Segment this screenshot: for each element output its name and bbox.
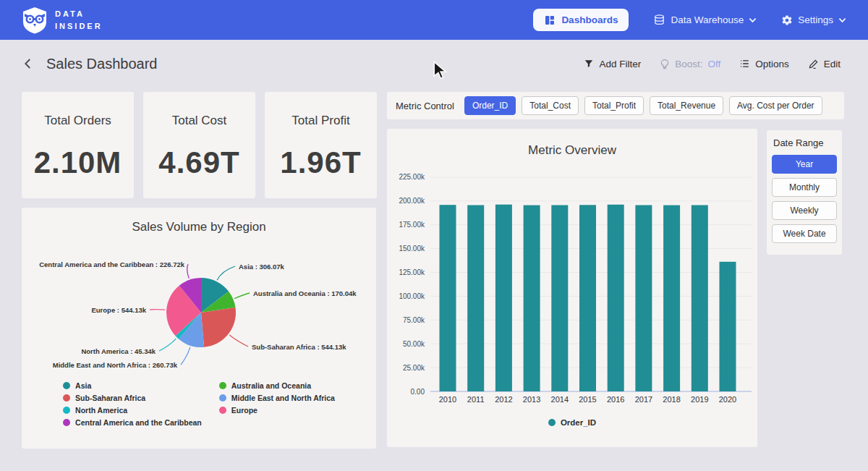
legend-dot	[63, 382, 70, 389]
pie-chart-title: Sales Volume by Region	[22, 208, 376, 234]
nav-dashboards-label: Dashboards	[561, 14, 618, 25]
bar-2017[interactable]	[635, 205, 652, 392]
pie-legend: AsiaSub-Saharan AfricaNorth AmericaCentr…	[22, 381, 376, 427]
pie-label-asia: Asia : 306.07k	[239, 263, 285, 271]
metric-button-total-profit[interactable]: Total_Profit	[584, 96, 644, 115]
boost-state: Off	[707, 59, 720, 69]
bar-2018[interactable]	[663, 205, 680, 391]
bar-2013[interactable]	[524, 205, 540, 391]
pie-label-australia-and-oceania: Australia and Oceania : 170.04k	[253, 289, 357, 297]
edit-pencil-icon	[808, 59, 819, 69]
x-tick-label: 2014	[551, 395, 569, 404]
pie-chart: Asia : 306.07kAustralia and Oceania : 17…	[22, 240, 376, 381]
bar-2010[interactable]	[440, 205, 456, 391]
options-button[interactable]: Options	[739, 59, 789, 69]
pie-legend-item-middle-east-and-north-africa[interactable]: Middle East and North Africa	[219, 394, 335, 402]
bar-2014[interactable]	[551, 205, 568, 392]
kpi-value: 2.10M	[34, 145, 122, 180]
bar-legend-label: Order_ID	[561, 418, 596, 427]
nav-data-warehouse[interactable]: Data Warehouse	[653, 14, 757, 26]
brand-text: DATA INSIDER	[55, 8, 103, 32]
legend-dot	[548, 419, 556, 426]
date-range-button-monthly[interactable]: Monthly	[772, 178, 837, 197]
back-button[interactable]	[22, 57, 35, 70]
pie-leader-line	[150, 310, 165, 310]
kpi-card-total-orders: Total Orders 2.10M	[22, 92, 134, 198]
kpi-value: 1.96T	[280, 145, 361, 180]
x-tick-label: 2012	[495, 395, 512, 404]
pie-label-middle-east-and-north-africa: Middle East and North Africa : 260.73k	[53, 361, 178, 369]
pie-leader-line	[181, 347, 190, 365]
date-range-button-week-date[interactable]: Week Date	[772, 224, 837, 243]
bar-2015[interactable]	[579, 205, 596, 391]
pie-leader-line	[229, 335, 248, 347]
pie-label-sub-saharan-africa: Sub-Saharan Africa : 544.13k	[252, 343, 346, 351]
bar-legend-item-order-id[interactable]: Order_ID	[548, 418, 596, 427]
y-tick-label: 125.00k	[399, 268, 425, 276]
y-tick-label: 0.00	[411, 388, 425, 396]
bar-chart-legend: Order_ID	[387, 418, 757, 427]
edit-label: Edit	[824, 59, 841, 69]
metric-button-total-cost[interactable]: Total_Cost	[522, 96, 579, 115]
date-range-button-year[interactable]: Year	[772, 155, 837, 174]
bar-2012[interactable]	[495, 205, 512, 391]
pie-leader-line	[159, 339, 176, 351]
bar-chart-title: Metric Overview	[387, 129, 757, 158]
metric-button-order-id[interactable]: Order_ID	[464, 96, 516, 115]
date-range-button-weekly[interactable]: Weekly	[772, 201, 837, 220]
date-range-panel: Date Range YearMonthlyWeeklyWeek Date	[767, 130, 842, 255]
legend-dot	[219, 394, 226, 402]
bar-2016[interactable]	[608, 205, 624, 391]
x-tick-label: 2020	[719, 395, 736, 404]
nav-dashboards-button[interactable]: Dashboards	[533, 9, 629, 31]
legend-label: North America	[75, 406, 127, 415]
kpi-card-total-cost: Total Cost 4.69T	[143, 92, 255, 198]
metric-control-label: Metric Control	[396, 101, 454, 111]
pie-legend-item-europe[interactable]: Europe	[219, 406, 335, 415]
x-tick-label: 2013	[523, 395, 540, 404]
pie-slice-sub-saharan-africa[interactable]	[201, 307, 236, 347]
y-tick-label: 75.00k	[403, 316, 425, 324]
pie-legend-item-sub-saharan-africa[interactable]: Sub-Saharan Africa	[63, 394, 202, 402]
bar-chart-panel: Metric Overview 0.0025.00k50.00k75.00k10…	[387, 129, 757, 447]
kpi-label: Total Profit	[292, 114, 349, 128]
pie-legend-item-australia-and-oceania[interactable]: Australia and Oceania	[219, 381, 335, 390]
metric-button-total-revenue[interactable]: Total_Revenue	[650, 96, 723, 115]
pie-leader-line	[187, 264, 190, 279]
bar-2019[interactable]	[692, 205, 708, 392]
options-label: Options	[755, 59, 789, 69]
pie-leader-line	[217, 266, 235, 280]
bar-chart: 0.0025.00k50.00k75.00k100.00k125.00k150.…	[387, 166, 757, 409]
date-range-buttons: YearMonthlyWeeklyWeek Date	[772, 155, 837, 243]
date-range-label: Date Range	[772, 137, 837, 148]
y-tick-label: 175.00k	[399, 221, 425, 229]
pie-legend-item-north-america[interactable]: North America	[63, 406, 202, 415]
bar-2011[interactable]	[467, 205, 484, 392]
y-tick-label: 150.00k	[399, 245, 425, 253]
pie-legend-item-asia[interactable]: Asia	[63, 381, 202, 390]
x-tick-label: 2010	[439, 395, 456, 404]
legend-dot	[219, 407, 226, 414]
x-tick-label: 2015	[579, 395, 596, 404]
nav-menu: Dashboards Data Warehouse Settings	[533, 9, 846, 31]
kpi-value: 4.69T	[158, 145, 239, 180]
page-header: Sales Dashboard Add Filter Boost: Off Op…	[0, 40, 868, 88]
bar-2020[interactable]	[720, 262, 736, 391]
nav-settings[interactable]: Settings	[781, 14, 846, 26]
edit-button[interactable]: Edit	[808, 59, 841, 69]
brand-logo[interactable]: DATA INSIDER	[22, 7, 103, 34]
pie-legend-column: AsiaSub-Saharan AfricaNorth AmericaCentr…	[63, 381, 202, 427]
pie-leader-line	[234, 293, 250, 299]
y-tick-label: 200.00k	[399, 197, 425, 205]
filter-funnel-icon	[584, 59, 594, 69]
boost-toggle[interactable]: Boost: Off	[660, 59, 720, 69]
add-filter-button[interactable]: Add Filter	[584, 59, 641, 69]
gear-icon	[781, 14, 793, 26]
kpi-card-total-profit: Total Profit 1.96T	[265, 92, 377, 198]
metric-button-avg-cost-per-order[interactable]: Avg. Cost per Order	[729, 96, 822, 115]
boost-balloon-icon	[660, 59, 670, 69]
legend-dot	[63, 419, 70, 426]
boost-label: Boost:	[675, 59, 702, 69]
pie-legend-item-central-america-and-the-caribbean[interactable]: Central America and the Caribbean	[63, 418, 202, 427]
legend-label: Europe	[231, 406, 258, 415]
